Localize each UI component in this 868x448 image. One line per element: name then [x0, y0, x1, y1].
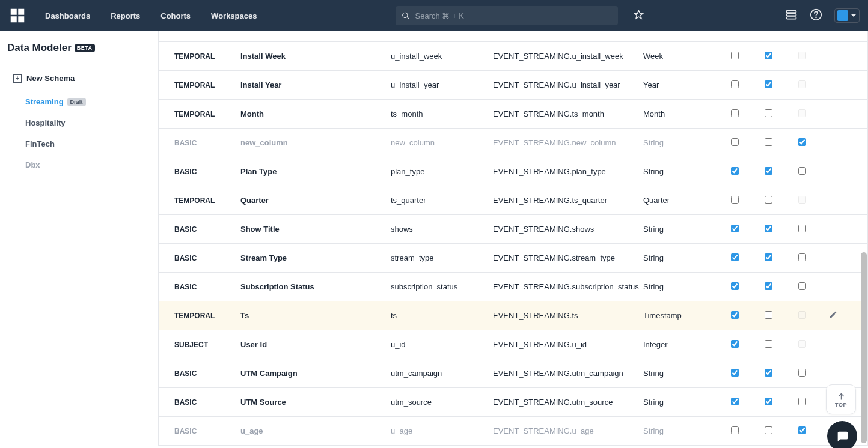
app-logo-icon[interactable] [8, 7, 26, 25]
checkbox-col2[interactable] [765, 52, 772, 59]
checkbox-col3[interactable] [798, 138, 806, 146]
checkbox-col2[interactable] [765, 340, 772, 348]
column-datatype: Year [640, 80, 718, 89]
column-type: BASIC [159, 254, 237, 262]
column-type: TEMPORAL [159, 110, 237, 118]
checkbox-col3[interactable] [798, 369, 806, 377]
edit-cell [819, 310, 848, 321]
checkbox-col2[interactable] [765, 311, 772, 319]
checkbox-col3[interactable] [798, 426, 806, 434]
sidebar-item-label: Dbx [25, 160, 40, 169]
column-path: EVENT_STREAMING.u_install_week [489, 52, 640, 61]
checkbox-col1[interactable] [731, 340, 739, 348]
checkbox-col2[interactable] [765, 282, 772, 290]
checkbox-col1[interactable] [731, 225, 739, 232]
checkbox-col1[interactable] [731, 311, 739, 319]
nav-link-dashboards[interactable]: Dashboards [35, 2, 100, 30]
search-box[interactable] [396, 6, 618, 25]
column-path: EVENT_STREAMING.shows [489, 225, 640, 234]
table-row[interactable]: BASICUTM Campaignutm_campaignEVENT_STREA… [159, 359, 867, 388]
checkbox-col3[interactable] [798, 225, 806, 232]
checkbox-col2[interactable] [765, 138, 772, 146]
column-name: UTM Campaign [237, 369, 387, 378]
table-row[interactable]: BASICnew_columnnew_columnEVENT_STREAMING… [159, 129, 867, 157]
sidebar-item-fintech[interactable]: FinTech [7, 133, 135, 154]
table-row[interactable]: TEMPORALInstall Yearu_install_yearEVENT_… [159, 71, 867, 100]
checkbox-col3-cell [785, 225, 819, 234]
table-row[interactable]: TEMPORALTstsEVENT_STREAMING.tsTimestamp [159, 301, 867, 330]
checkbox-col3-cell [785, 369, 819, 378]
table-row[interactable]: BASICSubscription Statussubscription_sta… [159, 273, 867, 301]
checkbox-col1[interactable] [731, 80, 739, 88]
checkbox-col1[interactable] [731, 196, 739, 204]
checkbox-col3-cell [785, 253, 819, 263]
checkbox-col1[interactable] [731, 52, 739, 59]
checkbox-col2[interactable] [765, 167, 772, 175]
checkbox-col1[interactable] [731, 167, 739, 175]
checkbox-col1-cell [718, 426, 751, 436]
checkbox-col3[interactable] [798, 167, 806, 175]
svg-rect-1 [787, 11, 796, 13]
search-input[interactable] [415, 11, 613, 20]
checkbox-col3[interactable] [798, 282, 806, 290]
scrollbar-thumb[interactable] [861, 252, 867, 443]
checkbox-col3-cell [785, 80, 819, 90]
checkbox-col2[interactable] [765, 426, 772, 434]
new-schema-button[interactable]: + New Schema [7, 65, 135, 91]
top-nav: DashboardsReportsCohortsWorkspaces [0, 0, 868, 31]
checkbox-col2[interactable] [765, 253, 772, 261]
sidebar-item-dbx[interactable]: Dbx [7, 154, 135, 175]
workspace-switcher[interactable] [834, 8, 860, 23]
checkbox-col1[interactable] [731, 369, 739, 377]
checkbox-col1-cell [718, 167, 751, 177]
table-row[interactable]: BASICPlan Typeplan_typeEVENT_STREAMING.p… [159, 157, 867, 186]
favorite-button[interactable] [634, 10, 644, 22]
sidebar-item-streaming[interactable]: StreamingDraft [7, 91, 135, 112]
table-row[interactable]: BASICStream Typestream_typeEVENT_STREAMI… [159, 244, 867, 273]
column-name: Plan Type [237, 167, 387, 176]
column-datatype: String [640, 138, 718, 147]
checkbox-col1[interactable] [731, 138, 739, 146]
table-row[interactable]: TEMPORALQuarterts_quarterEVENT_STREAMING… [159, 186, 867, 215]
checkbox-col2[interactable] [765, 80, 772, 88]
search-icon [402, 11, 410, 20]
checkbox-col2[interactable] [765, 369, 772, 377]
checkbox-col3[interactable] [798, 253, 806, 261]
sidebar-item-hospitality[interactable]: Hospitality [7, 112, 135, 133]
checkbox-col1-cell [718, 369, 751, 378]
checkbox-col1[interactable] [731, 426, 739, 434]
checkbox-col2[interactable] [765, 109, 772, 117]
data-source-button[interactable] [785, 8, 798, 23]
checkbox-col3[interactable] [798, 398, 806, 405]
checkbox-col3-cell [785, 282, 819, 292]
table-row[interactable]: BASICShow TitleshowsEVENT_STREAMING.show… [159, 215, 867, 244]
column-path: EVENT_STREAMING.new_column [489, 138, 640, 147]
column-id: utm_campaign [387, 369, 489, 378]
column-id: plan_type [387, 167, 489, 176]
svg-rect-3 [787, 17, 796, 19]
checkbox-col1[interactable] [731, 253, 739, 261]
checkbox-col2[interactable] [765, 398, 772, 405]
checkbox-col1[interactable] [731, 282, 739, 290]
table-row[interactable]: TEMPORALInstall Weeku_install_weekEVENT_… [159, 42, 867, 71]
column-id: ts [387, 311, 489, 320]
table-row[interactable]: BASICu_ageu_ageEVENT_STREAMING.u_ageStri… [159, 417, 867, 446]
checkbox-col1[interactable] [731, 109, 739, 117]
chat-support-button[interactable] [827, 421, 857, 448]
scroll-to-top-button[interactable]: TOP [826, 384, 856, 414]
nav-link-workspaces[interactable]: Workspaces [201, 2, 267, 30]
nav-link-cohorts[interactable]: Cohorts [150, 2, 201, 30]
checkbox-col3-cell [785, 340, 819, 350]
checkbox-col2[interactable] [765, 196, 772, 204]
checkbox-col3-cell [785, 52, 819, 61]
checkbox-col2[interactable] [765, 225, 772, 232]
nav-link-reports[interactable]: Reports [100, 2, 150, 30]
help-button[interactable] [810, 8, 822, 23]
table-row[interactable]: SUBJECTUser Idu_idEVENT_STREAMING.u_idIn… [159, 330, 867, 359]
table-row[interactable]: BASICUTM Sourceutm_sourceEVENT_STREAMING… [159, 388, 867, 417]
checkbox-col1[interactable] [731, 398, 739, 405]
new-schema-label: New Schema [26, 74, 75, 83]
column-id: new_column [387, 138, 489, 147]
table-row[interactable]: TEMPORALMonthts_monthEVENT_STREAMING.ts_… [159, 100, 867, 129]
edit-icon[interactable] [829, 312, 837, 321]
